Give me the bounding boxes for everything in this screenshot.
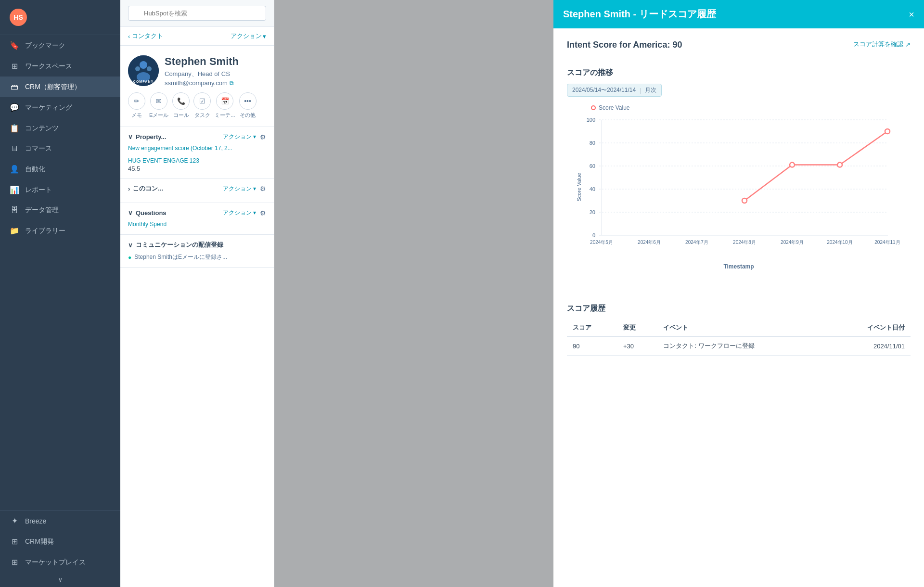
breeze-icon: ✦	[10, 516, 19, 525]
svg-text:100: 100	[587, 117, 595, 123]
table-row: 90 +30 コンタクト: ワークフローに登録 2024/11/01	[567, 336, 911, 356]
copy-icon[interactable]: ⧉	[230, 80, 234, 87]
contact-info-chevron-icon: ›	[128, 185, 130, 192]
hug-event-label: HUG EVENT ENGAGE 123	[128, 157, 266, 164]
legend-dot	[591, 105, 596, 110]
sidebar-item-automation[interactable]: 👤 自動化	[0, 159, 120, 179]
sidebar-item-reports[interactable]: 📊 レポート	[0, 179, 120, 200]
contact-info-section: › このコン... アクション ▾ ⚙	[120, 179, 274, 203]
sidebar-item-library[interactable]: 📁 ライブラリー	[0, 220, 120, 241]
sidebar-scroll-down[interactable]: ∨	[0, 573, 120, 587]
questions-settings-icon[interactable]: ⚙	[260, 209, 266, 217]
chart-point-sep	[790, 163, 795, 167]
sidebar-item-label: マーケットプレイス	[25, 558, 86, 567]
data-icon: 🗄	[10, 206, 19, 215]
meeting-button[interactable]: 📅	[216, 92, 233, 110]
chart-container: Score Value 100 80 60	[567, 115, 911, 288]
svg-text:0: 0	[592, 232, 595, 238]
modal-body: Intent Score for America: 90 スコア計算を確認 ↗ …	[553, 28, 924, 587]
chart-legend: Score Value	[591, 104, 911, 111]
email-action: ✉ Eメール	[149, 92, 168, 119]
sidebar-item-content[interactable]: 📋 コンテンツ	[0, 118, 120, 139]
content-icon: 📋	[10, 124, 19, 133]
email-button[interactable]: ✉	[150, 92, 167, 110]
search-input[interactable]	[128, 6, 266, 21]
contact-info-title-text: このコン...	[133, 184, 163, 193]
sidebar-item-crm-dev[interactable]: ⊞ CRM開発	[0, 531, 120, 552]
sidebar-item-workspace[interactable]: ⊞ ワークスペース	[0, 56, 120, 77]
col-change: 変更	[617, 319, 657, 336]
sidebar-item-label: コマース	[25, 144, 52, 153]
questions-title-text: Questions	[136, 209, 167, 217]
row-change: +30	[617, 336, 657, 356]
property-section-header: ∨ Property... アクション ▾ ⚙	[128, 133, 266, 141]
comms-title: ∨ コミュニケーションの配信登録	[128, 241, 223, 249]
bookmark-icon: 🔖	[10, 41, 19, 50]
col-event: イベント	[657, 319, 829, 336]
contact-info-controls: アクション ▾ ⚙	[223, 185, 266, 193]
back-to-contacts-link[interactable]: ‹ コンタクト	[128, 32, 163, 40]
sidebar-item-crm[interactable]: 🗃 CRM（顧客管理）	[0, 77, 120, 97]
engagement-score-label: New engagement score (October 17, 2...	[128, 145, 266, 152]
svg-text:2024年5月: 2024年5月	[590, 240, 613, 245]
task-button[interactable]: ☑	[193, 92, 211, 110]
contact-info-title: › このコン...	[128, 184, 163, 193]
modal-close-button[interactable]: ×	[909, 10, 914, 19]
questions-actions-button[interactable]: アクション ▾	[223, 209, 256, 217]
back-chevron-icon: ‹	[128, 33, 130, 40]
contact-actions-button[interactable]: アクション ▾	[231, 32, 266, 40]
property-chevron-icon: ∨	[128, 133, 133, 140]
sidebar-item-label: CRM（顧客管理）	[25, 83, 81, 91]
intent-score-section: Intent Score for America: 90 スコア計算を確認 ↗	[567, 40, 911, 58]
modal-header: Stephen Smith - リードスコア履歴 ×	[553, 0, 924, 28]
sidebar-item-commerce[interactable]: 🖥 コマース	[0, 139, 120, 159]
svg-text:2024年8月: 2024年8月	[733, 240, 756, 245]
sidebar-item-label: Breeze	[25, 517, 46, 525]
svg-text:80: 80	[590, 140, 595, 146]
svg-text:20: 20	[590, 209, 595, 215]
sidebar-logo: HS	[0, 0, 120, 35]
questions-controls: アクション ▾ ⚙	[223, 209, 266, 217]
avatar: COMPANY	[128, 55, 159, 86]
questions-section: ∨ Questions アクション ▾ ⚙ Monthly Spend	[120, 203, 274, 235]
sidebar-item-breeze[interactable]: ✦ Breeze	[0, 510, 120, 531]
contact-info-actions-button[interactable]: アクション ▾	[223, 185, 256, 193]
property-actions-button[interactable]: アクション ▾	[223, 133, 256, 141]
date-range-divider: |	[640, 87, 641, 94]
property-settings-icon[interactable]: ⚙	[260, 133, 266, 141]
svg-point-5	[135, 66, 140, 71]
call-button[interactable]: 📞	[172, 92, 190, 110]
questions-chevron-icon: ∨	[128, 209, 133, 217]
comms-status: ● Stephen SmithはEメールに登録さ...	[128, 253, 266, 261]
marketing-icon: 💬	[10, 103, 19, 112]
commerce-icon: 🖥	[10, 144, 19, 153]
chart-x-label: Timestamp	[567, 263, 911, 270]
svg-text:Score Value: Score Value	[576, 173, 582, 201]
sidebar-item-marketing[interactable]: 💬 マーケティング	[0, 97, 120, 118]
hug-event-value: 45.5	[128, 165, 266, 172]
chart-point-nov	[885, 129, 890, 134]
memo-button[interactable]: ✏	[128, 92, 145, 110]
property-title: ∨ Property...	[128, 133, 166, 140]
monthly-spend-label: Monthly Spend	[128, 221, 266, 228]
sidebar-item-label: レポート	[25, 186, 52, 194]
avatar-inner: COMPANY	[128, 55, 159, 86]
marketplace-icon: ⊞	[10, 558, 19, 567]
contact-title: Company、Head of CS	[165, 70, 239, 78]
action-buttons: ✏ メモ ✉ Eメール 📞 コール ☑ タスク 📅 ミーテ...	[128, 92, 266, 119]
sidebar-item-marketplace[interactable]: ⊞ マーケットプレイス	[0, 552, 120, 573]
contact-info-settings-icon[interactable]: ⚙	[260, 185, 266, 192]
contact-info-header: › このコン... アクション ▾ ⚙	[128, 184, 266, 193]
score-calc-link[interactable]: スコア計算を確認 ↗	[853, 40, 911, 49]
history-title: スコア履歴	[567, 304, 911, 314]
sidebar-item-bookmarks[interactable]: 🔖 ブックマーク	[0, 35, 120, 56]
automation-icon: 👤	[10, 165, 19, 174]
sidebar-item-data-management[interactable]: 🗄 データ管理	[0, 200, 120, 220]
external-link-icon: ↗	[905, 41, 911, 48]
reports-icon: 📊	[10, 185, 19, 194]
row-date: 2024/11/01	[829, 336, 911, 356]
other-button[interactable]: •••	[239, 92, 257, 110]
avatar-label: COMPANY	[133, 80, 154, 83]
svg-text:2024年10月: 2024年10月	[827, 240, 852, 245]
memo-label: メモ	[131, 112, 142, 119]
